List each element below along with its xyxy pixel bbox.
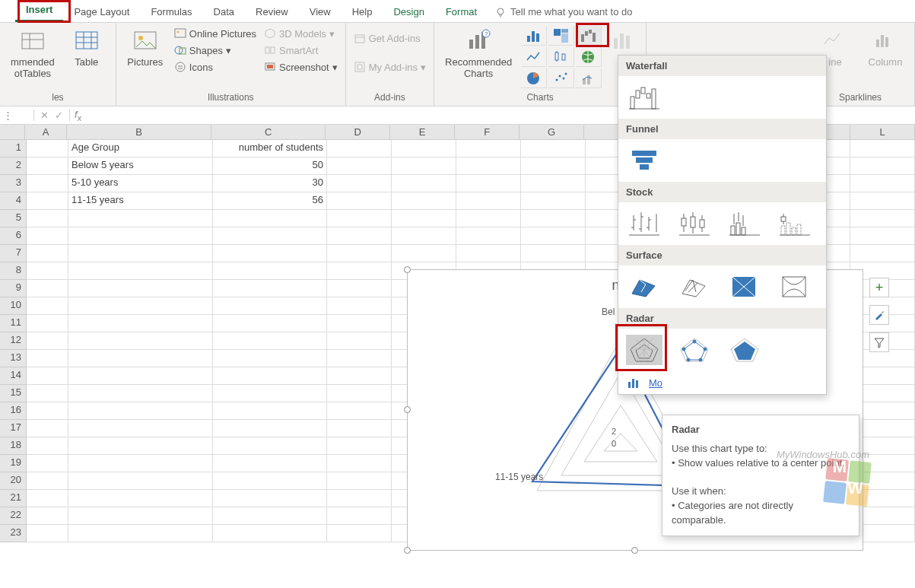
cell[interactable] bbox=[68, 420, 213, 437]
cell[interactable] bbox=[27, 315, 68, 332]
cell[interactable] bbox=[68, 402, 213, 420]
radar-markers-option[interactable] bbox=[676, 335, 713, 365]
cell[interactable] bbox=[327, 420, 392, 437]
pictures-button[interactable]: Pictures bbox=[122, 26, 168, 71]
cell[interactable] bbox=[327, 140, 392, 157]
cell[interactable] bbox=[392, 175, 456, 192]
cell[interactable]: 5-10 years bbox=[68, 175, 213, 192]
cell[interactable] bbox=[68, 367, 213, 385]
col-header[interactable]: A bbox=[25, 125, 67, 139]
cell[interactable] bbox=[27, 367, 68, 385]
cell[interactable] bbox=[213, 280, 327, 297]
cell[interactable] bbox=[456, 175, 521, 192]
col-header[interactable]: B bbox=[67, 125, 211, 139]
cell[interactable] bbox=[68, 455, 213, 472]
insert-combo-chart-button[interactable] bbox=[576, 68, 602, 88]
cell[interactable] bbox=[68, 297, 213, 315]
cell[interactable] bbox=[27, 227, 68, 245]
cell[interactable] bbox=[27, 192, 68, 210]
cell[interactable] bbox=[327, 367, 392, 385]
cell[interactable] bbox=[68, 280, 213, 297]
funnel-chart-option[interactable] bbox=[626, 145, 662, 176]
cell[interactable] bbox=[27, 420, 68, 437]
cell[interactable] bbox=[213, 507, 327, 525]
cell[interactable]: number of students bbox=[213, 140, 327, 157]
cell[interactable] bbox=[850, 192, 915, 210]
row-header[interactable]: 19 bbox=[0, 455, 27, 472]
insert-pie-chart-button[interactable] bbox=[521, 68, 547, 88]
cell[interactable] bbox=[521, 227, 586, 245]
cell[interactable] bbox=[213, 420, 327, 437]
row-header[interactable]: 17 bbox=[0, 420, 27, 437]
cell[interactable] bbox=[327, 402, 392, 420]
cell[interactable] bbox=[327, 297, 392, 315]
stock-hlo-option[interactable] bbox=[626, 208, 662, 239]
cell[interactable] bbox=[213, 437, 327, 455]
row-header[interactable]: 18 bbox=[0, 437, 27, 455]
cell[interactable] bbox=[521, 192, 586, 210]
col-header[interactable]: E bbox=[390, 125, 455, 139]
col-header[interactable]: C bbox=[211, 125, 326, 139]
cell[interactable] bbox=[456, 140, 521, 157]
insert-waterfall-chart-button[interactable] bbox=[576, 26, 602, 46]
cell[interactable] bbox=[27, 525, 68, 542]
cell[interactable] bbox=[27, 437, 68, 455]
stock-ohlc-option[interactable] bbox=[676, 208, 713, 239]
cell[interactable]: Age Group bbox=[68, 140, 213, 157]
cell[interactable] bbox=[456, 157, 521, 175]
cell[interactable] bbox=[327, 525, 392, 542]
tab-data[interactable]: Data bbox=[203, 2, 245, 22]
tab-help[interactable]: Help bbox=[342, 2, 383, 22]
col-header[interactable]: L bbox=[850, 125, 915, 139]
col-header[interactable]: F bbox=[455, 125, 519, 139]
cell[interactable] bbox=[68, 332, 213, 350]
cancel-formula-icon[interactable]: ✕ bbox=[40, 110, 49, 121]
sparkline-column-button[interactable]: Column bbox=[863, 26, 908, 71]
cell[interactable] bbox=[27, 297, 68, 315]
cell[interactable] bbox=[392, 157, 456, 175]
cell[interactable] bbox=[213, 297, 327, 315]
enter-formula-icon[interactable]: ✓ bbox=[55, 110, 63, 121]
row-header[interactable]: 8 bbox=[0, 262, 27, 280]
cell[interactable] bbox=[68, 525, 213, 542]
shapes-button[interactable]: Shapes ▾ bbox=[173, 43, 258, 58]
cell[interactable] bbox=[68, 472, 213, 490]
cell[interactable] bbox=[68, 437, 213, 455]
radar-option[interactable] bbox=[626, 335, 662, 365]
cell[interactable] bbox=[213, 227, 327, 245]
tab-insert[interactable]: Insert bbox=[15, 0, 63, 22]
row-header[interactable]: 9 bbox=[0, 280, 27, 297]
cell[interactable] bbox=[392, 210, 456, 227]
waterfall-chart-option[interactable] bbox=[626, 82, 662, 113]
cell[interactable] bbox=[456, 227, 521, 245]
cell[interactable] bbox=[68, 262, 213, 280]
surface-wireframe-contour-option[interactable] bbox=[777, 272, 813, 302]
row-header[interactable]: 14 bbox=[0, 367, 27, 385]
chart-styles-button[interactable] bbox=[869, 305, 889, 325]
cell[interactable] bbox=[521, 140, 586, 157]
cell[interactable] bbox=[213, 490, 327, 507]
surface-wireframe-option[interactable] bbox=[676, 272, 713, 302]
resize-handle[interactable] bbox=[404, 547, 411, 554]
insert-scatter-chart-button[interactable] bbox=[548, 68, 574, 88]
cell[interactable] bbox=[213, 262, 327, 280]
insert-line-chart-button[interactable] bbox=[521, 47, 547, 67]
cell[interactable] bbox=[327, 192, 392, 210]
cell[interactable] bbox=[213, 525, 327, 542]
tell-me-search[interactable]: Tell me what you want to do bbox=[488, 2, 640, 22]
cell[interactable] bbox=[27, 262, 68, 280]
cell[interactable] bbox=[327, 280, 392, 297]
my-addins-button[interactable]: My Add-ins ▾ bbox=[352, 59, 427, 75]
cell[interactable] bbox=[521, 210, 586, 227]
row-header[interactable]: 2 bbox=[0, 157, 27, 175]
cell[interactable] bbox=[850, 140, 915, 157]
row-header[interactable]: 13 bbox=[0, 350, 27, 367]
name-box[interactable]: ⋮ bbox=[0, 110, 34, 121]
row-header[interactable]: 22 bbox=[0, 507, 27, 525]
cell[interactable] bbox=[213, 472, 327, 490]
cell[interactable] bbox=[456, 210, 521, 227]
cell[interactable] bbox=[327, 490, 392, 507]
cell[interactable] bbox=[68, 210, 213, 227]
cell[interactable] bbox=[850, 157, 915, 175]
cell[interactable] bbox=[213, 402, 327, 420]
